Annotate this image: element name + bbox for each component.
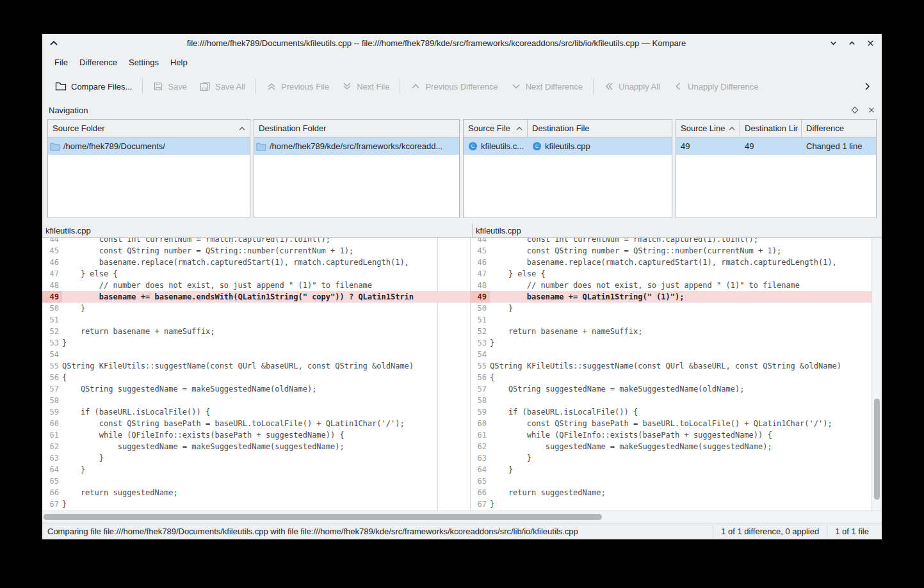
source-line-number: 49	[679, 141, 690, 151]
statusbar: Comparing file file:///home/fhek789/Docu…	[42, 523, 882, 539]
sort-up-icon	[512, 126, 523, 131]
horizontal-scrollbar[interactable]	[42, 511, 882, 523]
destination-line-cell: 49	[740, 138, 802, 155]
right-line-number: 66	[470, 487, 490, 498]
diff-row: 66 return suggestedName;66 return sugges…	[42, 487, 882, 498]
diff-row-changed[interactable]: 49 basename += basename.endsWith(QLatin1…	[42, 291, 882, 303]
navigation-dock-titlebar: Navigation	[42, 101, 882, 119]
diff-row: 53}53}	[42, 337, 882, 349]
right-line-number: 55	[470, 360, 490, 372]
toolbar-button-label: Next File	[357, 82, 389, 91]
difference-column-header[interactable]: Difference	[802, 120, 876, 137]
left-line-number: 46	[42, 257, 62, 268]
minimize-button[interactable]	[829, 39, 838, 47]
vertical-scrollbar-handle[interactable]	[874, 399, 880, 500]
column-label: Destination Lir	[745, 123, 798, 133]
pane-connector	[437, 326, 470, 337]
toolbar-button-unapply-difference[interactable]: Unapply Difference	[667, 77, 765, 95]
close-button[interactable]	[866, 39, 875, 47]
source-file-column-header[interactable]: Source File	[464, 120, 528, 137]
chevrons-up-icon	[266, 81, 277, 91]
source-line-column-header[interactable]: Source Line	[676, 120, 740, 137]
left-code-text: {	[62, 372, 437, 383]
menu-help[interactable]: Help	[165, 55, 193, 70]
right-code-text: {	[490, 372, 882, 383]
horizontal-scrollbar-handle[interactable]	[44, 514, 602, 520]
left-code-text: QString suggestedName = makeSuggestedNam…	[62, 383, 437, 395]
right-code-text: basename += QLatin1String(" (1)");	[490, 291, 882, 303]
right-code-text: basename.replace(rmatch.capturedStart(1)…	[490, 257, 882, 268]
chevrons-down-icon	[342, 81, 352, 91]
right-line-number: 54	[470, 349, 490, 360]
right-line-number: 48	[470, 280, 490, 291]
column-label: Source File	[468, 123, 510, 133]
left-code-text: }	[62, 464, 437, 475]
menubar: File Difference Settings Help	[42, 52, 882, 72]
pane-connector	[437, 245, 470, 257]
pane-connector	[437, 498, 470, 510]
right-line-number: 61	[470, 429, 490, 441]
files-row[interactable]: C kfileutils.c... C kfileutils.cpp	[464, 138, 672, 155]
toolbar-separator	[142, 79, 143, 94]
sort-up-icon	[725, 126, 735, 131]
destination-line-column-header[interactable]: Destination Lir	[740, 120, 802, 137]
vertical-scrollbar[interactable]	[871, 238, 882, 511]
right-code-text: }	[490, 337, 882, 349]
toolbar-button-compare-files[interactable]: Compare Files...	[49, 77, 138, 95]
pane-connector	[437, 441, 470, 452]
left-line-number: 57	[42, 383, 62, 395]
pane-connector	[437, 383, 470, 395]
diff-row: 48 // number does not exist, so just app…	[42, 280, 882, 291]
toolbar-button-label: Save All	[215, 82, 245, 91]
difference-cell: Changed 1 line	[802, 138, 876, 155]
files-table-header: Source File Destination File	[464, 120, 672, 138]
cpp-file-icon: C	[468, 141, 478, 151]
diff-row: 55QString KFileUtils::suggestName(const …	[42, 360, 882, 372]
toolbar-button-save[interactable]: Save	[147, 77, 193, 95]
right-code-text	[490, 395, 882, 406]
menu-difference[interactable]: Difference	[74, 55, 123, 70]
left-code-text: basename += basename.endsWith(QLatin1Str…	[62, 291, 437, 303]
toolbar-button-label: Unapply Difference	[688, 82, 758, 91]
left-code-text: suggestedName = makeSuggestedName(sugges…	[62, 441, 437, 452]
left-code-text: basename.replace(rmatch.capturedStart(1)…	[62, 257, 437, 268]
toolbar-button-previous-difference[interactable]: Previous Difference	[404, 77, 504, 95]
right-line-number: 63	[470, 452, 490, 464]
left-code-text: }	[62, 337, 437, 349]
toolbar-button-unapply-all[interactable]: Unapply All	[597, 77, 667, 95]
diff-row: 52 return basename + nameSuffix;52 retur…	[42, 326, 882, 337]
destination-folder-column-header[interactable]: Destination Folder	[254, 120, 459, 137]
titlebar[interactable]: file:///home/fhek789/Documents/kfileutil…	[42, 34, 882, 52]
right-code-text	[490, 349, 882, 360]
source-folder-row[interactable]: /home/fhek789/Documents/	[48, 138, 250, 155]
right-code-text: return basename + nameSuffix;	[490, 326, 882, 337]
right-line-number: 53	[470, 337, 490, 349]
right-code-text: if (baseURL.isLocalFile()) {	[490, 406, 882, 418]
right-line-number: 65	[470, 475, 490, 487]
destination-file-column-header[interactable]: Destination File	[528, 120, 672, 137]
diff-row: 64 }64 }	[42, 464, 882, 475]
dock-float-button[interactable]	[851, 106, 859, 114]
pane-connector	[437, 487, 470, 498]
toolbar-button-previous-file[interactable]: Previous File	[260, 77, 336, 95]
menu-settings[interactable]: Settings	[123, 55, 165, 70]
toolbar-expand-button[interactable]	[859, 79, 875, 93]
source-file-cell: C kfileutils.c...	[464, 138, 528, 155]
source-folder-column-header[interactable]: Source Folder	[48, 120, 250, 137]
left-code-text: // number does not exist, so just append…	[62, 280, 437, 291]
left-code-text: }	[62, 452, 437, 464]
destination-folder-row[interactable]: /home/fhek789/kde/src/frameworks/kcoread…	[254, 138, 459, 155]
maximize-button[interactable]	[848, 39, 856, 47]
difference-row[interactable]: 49 49 Changed 1 line	[676, 138, 876, 155]
toolbar-button-save-all[interactable]: Save All	[193, 77, 252, 95]
diff-view[interactable]: 44 const int currentNum = rmatch.capture…	[42, 238, 882, 511]
diff-row: 44 const int currentNum = rmatch.capture…	[42, 238, 882, 245]
toolbar-button-next-difference[interactable]: Next Difference	[505, 77, 589, 95]
chevron-up-icon	[848, 39, 856, 47]
dock-close-button[interactable]	[868, 106, 875, 114]
left-line-number: 51	[42, 314, 62, 326]
toolbar-button-label: Unapply All	[619, 82, 660, 91]
right-line-number: 47	[470, 268, 490, 280]
toolbar-button-next-file[interactable]: Next File	[336, 77, 396, 95]
menu-file[interactable]: File	[49, 55, 74, 70]
